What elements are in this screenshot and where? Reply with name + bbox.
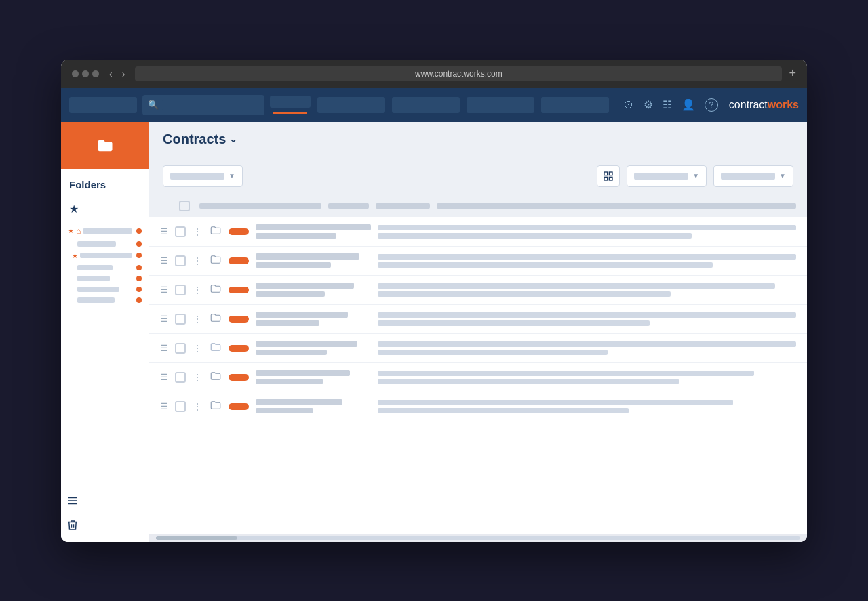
- grid-icon[interactable]: ☷: [663, 98, 672, 111]
- gear-icon[interactable]: ⚙: [644, 98, 653, 111]
- table-row[interactable]: ☰ ⋮: [149, 334, 807, 363]
- row-desc-line-2: [378, 320, 650, 326]
- folder-item-6[interactable]: [66, 284, 143, 295]
- table-row[interactable]: ☰ ⋮: [149, 247, 807, 276]
- browser-nav-buttons: ‹ ›: [106, 67, 128, 81]
- title-chevron-icon[interactable]: ⌄: [229, 133, 237, 144]
- row-drag-icon[interactable]: ☰: [160, 255, 168, 266]
- sidebar-folder-tab[interactable]: [61, 122, 149, 169]
- row-tag: [229, 345, 249, 352]
- row-drag-icon[interactable]: ☰: [160, 285, 168, 295]
- row-desc-line-2: [378, 233, 692, 239]
- row-drag-icon[interactable]: ☰: [160, 372, 168, 382]
- row-tag: [229, 403, 249, 410]
- new-tab-button[interactable]: +: [789, 66, 796, 81]
- address-bar[interactable]: www.contractworks.com: [135, 66, 782, 81]
- header-checkbox[interactable]: [179, 201, 190, 211]
- row-drag-icon[interactable]: ☰: [160, 226, 168, 236]
- folder-item-2[interactable]: [66, 239, 143, 249]
- browser-dots: [72, 70, 99, 77]
- list-icon[interactable]: [66, 495, 143, 510]
- th-select-all[interactable]: [179, 201, 193, 211]
- row-checkbox[interactable]: [175, 255, 186, 266]
- row-checkbox[interactable]: [175, 285, 186, 295]
- folder-dot-6: [136, 287, 142, 292]
- th-name: [199, 203, 321, 209]
- row-checkbox[interactable]: [175, 401, 186, 412]
- nav-item-5[interactable]: [541, 97, 609, 113]
- folder-icon: [96, 136, 115, 155]
- header-nav: [270, 96, 618, 114]
- row-checkbox[interactable]: [175, 226, 186, 237]
- row-folder-icon: [210, 283, 222, 297]
- row-desc-line-2: [378, 379, 679, 384]
- back-button[interactable]: ‹: [106, 67, 116, 81]
- row-name-line-1: [256, 341, 357, 347]
- row-desc-col: [378, 312, 796, 326]
- filter-dropdown[interactable]: ▼: [163, 165, 243, 187]
- row-folder-icon: [210, 370, 222, 385]
- folder-item-5[interactable]: [66, 273, 143, 284]
- row-more-icon[interactable]: ⋮: [193, 343, 203, 354]
- table-row[interactable]: ☰ ⋮: [149, 363, 807, 392]
- row-drag-icon[interactable]: ☰: [160, 401, 168, 411]
- table-row[interactable]: ☰ ⋮: [149, 217, 807, 247]
- row-name-col: [256, 370, 371, 384]
- row-name-line-2: [256, 291, 325, 297]
- nav-item-active[interactable]: [270, 96, 311, 114]
- folder-item-1[interactable]: ★ ⌂: [66, 224, 143, 239]
- folder-name-2: [77, 241, 116, 247]
- row-more-icon[interactable]: ⋮: [193, 285, 203, 295]
- sort-dropdown[interactable]: ▼: [627, 165, 707, 187]
- row-folder-icon: [210, 399, 222, 414]
- brand-works: works: [768, 99, 799, 110]
- content-area: Contracts ⌄ ▼: [149, 122, 807, 542]
- trash-icon[interactable]: [66, 519, 143, 534]
- folder-item-7[interactable]: [66, 295, 143, 306]
- row-desc-line-2: [378, 408, 629, 413]
- browser-chrome: ‹ › www.contractworks.com +: [61, 60, 807, 88]
- row-folder-icon: [210, 224, 222, 239]
- forward-button[interactable]: ›: [119, 67, 129, 81]
- row-desc-col: [378, 225, 796, 239]
- contracts-table: ☰ ⋮: [149, 217, 807, 534]
- row-more-icon[interactable]: ⋮: [193, 314, 203, 325]
- row-name-col: [256, 253, 371, 268]
- row-desc-line-2: [378, 291, 671, 297]
- row-desc-col: [378, 371, 796, 384]
- table-row[interactable]: ☰ ⋮: [149, 276, 807, 305]
- sidebar-title: Folders: [61, 169, 149, 197]
- table-row[interactable]: ☰ ⋮: [149, 305, 807, 334]
- row-more-icon[interactable]: ⋮: [193, 401, 203, 412]
- folder-item-3[interactable]: ★: [66, 249, 143, 262]
- row-tag: [229, 316, 249, 323]
- row-drag-icon[interactable]: ☰: [160, 314, 168, 324]
- folder-item-4[interactable]: [66, 262, 143, 273]
- row-checkbox[interactable]: [175, 343, 186, 354]
- table-row[interactable]: ☰ ⋮: [149, 392, 807, 421]
- help-icon[interactable]: ?: [705, 98, 718, 112]
- row-name-line-1: [256, 253, 359, 260]
- nav-item-4[interactable]: [467, 97, 534, 113]
- row-checkbox[interactable]: [175, 314, 186, 325]
- row-desc-col: [378, 283, 796, 297]
- row-more-icon[interactable]: ⋮: [193, 372, 203, 383]
- horizontal-scrollbar[interactable]: [149, 534, 807, 542]
- row-more-icon[interactable]: ⋮: [193, 255, 203, 266]
- nav-active-indicator: [273, 112, 307, 114]
- scrollbar-thumb[interactable]: [156, 536, 237, 540]
- favorites-star-icon[interactable]: ★: [66, 197, 81, 221]
- header-search[interactable]: 🔍: [142, 95, 264, 115]
- view-toggle-button[interactable]: [597, 165, 620, 187]
- row-drag-icon[interactable]: ☰: [160, 343, 168, 353]
- columns-dropdown[interactable]: ▼: [713, 165, 793, 187]
- nav-item-2[interactable]: [317, 97, 385, 113]
- row-more-icon[interactable]: ⋮: [193, 226, 203, 237]
- nav-item-3[interactable]: [392, 97, 460, 113]
- row-checkbox[interactable]: [175, 372, 186, 383]
- user-icon[interactable]: 👤: [682, 98, 695, 111]
- folder-dot-5: [136, 276, 142, 281]
- clock-icon[interactable]: ⏲: [623, 99, 634, 111]
- browser-dot-1: [72, 70, 79, 77]
- header-icons: ⏲ ⚙ ☷ 👤 ?: [623, 98, 718, 112]
